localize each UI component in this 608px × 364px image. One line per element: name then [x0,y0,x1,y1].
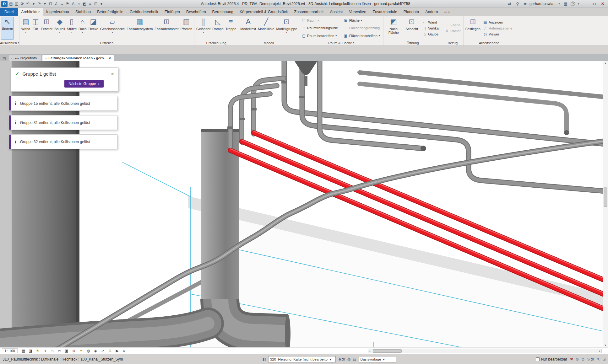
help-icon[interactable]: ? [571,2,575,6]
press-drag-icon[interactable]: ⊘ [576,357,579,361]
editable-only-checkbox[interactable]: Nur bearbeitbar [536,357,567,361]
open-file-icon[interactable]: ▤ [8,1,14,7]
redo-dropdown-icon[interactable]: ▾ [42,1,48,7]
switch-windows-icon[interactable]: ⊞ [93,1,99,7]
design-options-icon[interactable]: ▤ [353,357,356,361]
visual-style-icon[interactable]: ◨ [28,349,33,353]
selection-filter[interactable]: ▽ :0 [587,357,594,361]
treppe-button[interactable]: ≡ Treppe [225,17,237,40]
close-tab-icon[interactable]: ✕ [108,56,111,60]
rampe-button[interactable]: ◺ Rampe [211,17,224,40]
festlegen-button[interactable]: ⊞ Festlegen [464,17,481,40]
view-scale[interactable]: 1 : 100 [2,348,18,353]
maximize-button[interactable]: ◻ [590,2,599,6]
worksharing-display-icon[interactable]: ◍ [86,349,91,353]
selection-toggle-icon[interactable]: ▶ [115,349,120,353]
tuer-button[interactable]: ◫ Tür [31,17,40,40]
pfosten-button[interactable]: ▥ Pfosten [180,17,193,40]
bauteil-button[interactable]: ◆ Bauteil ▾ [53,17,66,40]
vertical-scrollbar[interactable]: ▲ ▼ [603,61,608,347]
tab-betonfertigteile[interactable]: Betonfertigteile [94,8,126,16]
gelaender-button[interactable]: ∥ Geländer ▾ [195,17,211,40]
aligned-dimension-icon[interactable]: ↔ [59,1,65,7]
select-arrow-icon[interactable]: ↖ [597,357,600,361]
redo-icon[interactable]: ↷ [36,1,42,7]
background-processes-icon[interactable]: ⊙ [581,357,584,361]
ribbon-display-toggle[interactable]: ▭ ▾ [444,8,449,16]
search-icon[interactable]: ⚲ [515,1,520,7]
tab-beschriften[interactable]: Beschriften [183,8,209,16]
anzeigen-button[interactable]: ▦ Anzeigen [482,20,513,25]
thin-lines-icon[interactable]: ≡ [87,1,93,7]
help-dropdown-icon[interactable]: ▾ [577,1,580,7]
view-tab-leitungskollisionen[interactable]: ⌂ Leitungskollisionen lösen - gerh... ✕ [42,55,114,61]
minimize-button[interactable]: – [582,2,590,6]
detail-level-icon[interactable]: ▦ [21,349,26,353]
tag-by-category-icon[interactable]: ⚑ [65,1,70,7]
model-viewport[interactable]: ✓ Gruppe 1 gelöst ✕ Nächste Gruppe › i G… [0,61,608,347]
active-workset-dropdown[interactable]: 320_Heizung_Kälte (nicht bearbeitb ▾ [268,356,336,362]
tab-zusammenarbeit[interactable]: Zusammenarbeit [291,8,327,16]
revit-logo[interactable]: R [1,1,8,7]
schacht-button[interactable]: ⊡ Schacht [403,17,421,40]
tab-architektur[interactable]: Architektur [18,8,43,16]
close-icon[interactable]: ✕ [111,72,114,77]
view-tab-projektinfo[interactable]: ▱ --- Projektinfo [8,55,41,61]
decke-button[interactable]: ◪ Decke [88,17,99,40]
nach-flaeche-button[interactable]: ◩ Nach Fläche [384,17,403,40]
navigation-arrows-icon[interactable]: ⇄ [507,1,513,7]
fassadensystem-button[interactable]: ▦ Fassadensystem [126,17,154,40]
tab-berechnung[interactable]: Berechnung [209,8,236,16]
text-icon[interactable]: A [70,1,76,7]
tab-zusatzmodule[interactable]: Zusatzmodule [369,8,400,16]
file-menu-button[interactable]: Datei [0,8,18,16]
tab-gebaeudetechnik[interactable]: Gebäudetechnik [127,8,161,16]
displaced-elements-icon[interactable]: ↗ [100,349,106,353]
modelltext-button[interactable]: A Modelltext [239,17,257,40]
tab-ansicht[interactable]: Ansicht [327,8,346,16]
render-icon[interactable]: ♨ [50,349,55,353]
measure-icon[interactable]: ∠ [53,1,59,7]
vertikal-button[interactable]: ▯ Vertikal [422,26,440,31]
raum-beschriften-button[interactable]: ▢ Raum beschriften ▾ [301,32,340,40]
modelllinie-button[interactable]: ╱ Modelllinie [257,17,275,40]
view-list-icon[interactable]: ▤ [1,56,7,61]
dach-button[interactable]: ⌂ Dach ▾ [78,17,88,40]
qat-customize-icon[interactable]: ▾ [99,1,104,7]
fassadenraster-button[interactable]: ⊞ Fassadenraster [154,17,179,40]
raum-button[interactable]: ▢ Raum ▾ [301,17,340,24]
crop-view-icon[interactable]: ✂ [57,349,62,353]
undo-icon[interactable]: ↶ [25,1,31,7]
tab-aendern[interactable]: Ändern [422,8,441,16]
panel-label-auswaehlen[interactable]: Auswählen▾ [0,40,19,46]
scroll-down-icon[interactable]: ▼ [603,344,608,347]
design-option-dropdown[interactable]: Basisvorlage ▾ [359,356,396,362]
referenzebene-button[interactable]: ╱ Referenzebene [482,26,513,31]
horizontal-scrollbar[interactable]: ◂ ▸ [368,349,602,353]
reveal-hidden-icon[interactable]: ✦ [79,349,84,353]
print-icon[interactable]: ⊟ [48,1,53,7]
vertical-scrollbar-thumb[interactable] [604,187,607,207]
more-icon[interactable]: ▸ [122,349,127,353]
geschossdecke-button[interactable]: ▱ Geschossdecke ▾ [99,17,126,40]
gaube-button[interactable]: ⌂ Gaube [422,32,440,37]
reveal-constraints-icon[interactable]: ⊕ [107,349,113,353]
worksharing-display-icon[interactable]: ◍ [347,357,350,361]
modellgruppe-button[interactable]: ⊡ Modellgruppe ▾ [275,17,298,40]
close-button[interactable]: ✕ [599,2,607,6]
modify-button[interactable]: ↖ Ändern [1,17,14,40]
synchronize-icon[interactable]: ⟳ [19,1,25,7]
save-icon[interactable]: ◫ [14,1,19,7]
vertical-duct[interactable] [201,129,239,304]
next-group-button[interactable]: Nächste Gruppe › [64,80,104,88]
horizontal-scrollbar-thumb[interactable] [373,349,402,353]
flaeche-beschriften-button[interactable]: ▣ Fläche beschriften ▾ [343,32,382,40]
tab-einfuegen[interactable]: Einfügen [161,8,183,16]
sun-path-icon[interactable]: ☀ [35,349,41,353]
raster-button[interactable]: # Raster [444,29,461,34]
account-menu[interactable]: ☻ gerhard.pawla... ▾ [523,1,561,7]
editing-requests[interactable]: ☻:0 [338,357,345,361]
temporary-hide-isolate-icon[interactable]: ∞ [71,349,77,353]
scroll-left-icon[interactable]: ◂ [369,350,370,352]
flaeche-button[interactable]: ▣ Fläche ▾ [343,17,382,24]
